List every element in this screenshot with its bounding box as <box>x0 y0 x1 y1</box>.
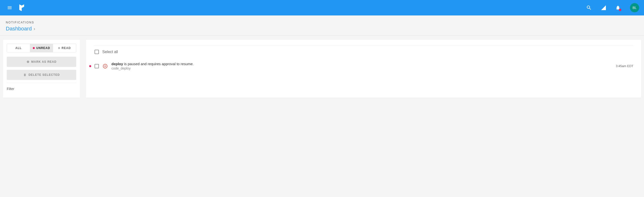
tab-unread[interactable]: UNREAD <box>30 44 53 52</box>
unread-indicator-dot <box>89 65 91 67</box>
user-avatar[interactable]: BL <box>630 3 639 12</box>
search-button[interactable] <box>584 3 594 13</box>
content-area: ALL UNREAD READ MARK AS READ DELETE SELE… <box>0 36 644 102</box>
notification-subject: deploy <box>112 62 123 66</box>
notification-checkbox[interactable] <box>94 64 99 68</box>
unread-dot-icon <box>33 47 35 49</box>
delete-selected-label: DELETE SELECTED <box>28 73 60 77</box>
signal-icon <box>600 5 606 11</box>
page-header: NOTIFICATIONS Dashboard › <box>0 16 644 36</box>
menu-icon <box>7 5 12 10</box>
select-all-label: Select all <box>102 50 118 54</box>
svg-point-0 <box>27 61 29 63</box>
tab-unread-label: UNREAD <box>36 46 50 50</box>
notification-row[interactable]: deploy is paused and requires approval t… <box>94 59 634 73</box>
notification-title: deploy is paused and requires approval t… <box>112 62 612 66</box>
tab-all[interactable]: ALL <box>7 44 30 52</box>
svg-point-1 <box>103 64 107 68</box>
chevron-right-icon: › <box>34 26 35 31</box>
notification-message: is paused and requires approval to resum… <box>123 62 194 66</box>
notification-badge-dot <box>619 9 621 11</box>
filter-tab-group: ALL UNREAD READ <box>7 44 76 52</box>
breadcrumb: Dashboard › <box>6 26 638 32</box>
delete-selected-button[interactable]: DELETE SELECTED <box>7 70 76 80</box>
circle-icon <box>26 60 30 63</box>
section-label: NOTIFICATIONS <box>6 21 638 24</box>
breadcrumb-dashboard-link[interactable]: Dashboard <box>6 26 32 32</box>
read-dot-icon <box>58 47 60 49</box>
notifications-panel: Select all deploy is paused and requires… <box>86 40 641 98</box>
prefect-logo-icon <box>19 4 24 11</box>
mark-as-read-button[interactable]: MARK AS READ <box>7 57 76 67</box>
app-logo[interactable] <box>19 4 24 11</box>
pause-circle-icon <box>102 64 108 69</box>
trash-icon <box>23 73 26 77</box>
select-all-checkbox[interactable] <box>94 50 99 54</box>
hamburger-menu-button[interactable] <box>5 3 14 13</box>
tab-read-label: READ <box>62 46 71 50</box>
filter-heading: Filter <box>7 87 76 91</box>
top-navigation-bar: BL <box>0 0 644 16</box>
tab-read[interactable]: READ <box>53 44 76 52</box>
notifications-button[interactable] <box>613 3 623 13</box>
select-all-row: Select all <box>94 46 634 59</box>
filter-section: Filter <box>7 83 76 91</box>
notification-status-icon <box>102 63 108 69</box>
signal-button[interactable] <box>598 3 609 13</box>
notification-subtitle: code_deploy <box>112 66 612 70</box>
notification-timestamp: 3:45am EDT <box>616 64 634 68</box>
search-icon <box>586 5 592 11</box>
notification-text: deploy is paused and requires approval t… <box>112 62 612 70</box>
filter-sidebar: ALL UNREAD READ MARK AS READ DELETE SELE… <box>3 40 80 98</box>
mark-as-read-label: MARK AS READ <box>31 60 57 64</box>
